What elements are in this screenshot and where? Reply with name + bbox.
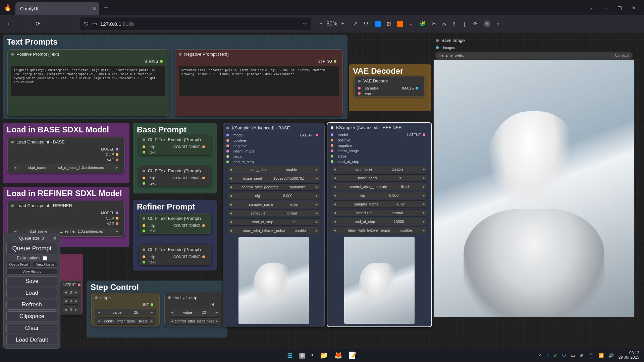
load-button[interactable]: Load [6, 288, 57, 298]
notepad-icon[interactable]: 📝 [348, 351, 357, 359]
tray-chevron-icon[interactable]: ^ [539, 353, 541, 358]
browser-tab[interactable]: ComfyUI × [15, 2, 99, 15]
ksampler-widget[interactable]: ◀cfg8.000▶ [226, 192, 321, 199]
start-icon[interactable]: ⊞ [287, 351, 293, 359]
explorer-icon[interactable]: 📁 [320, 351, 328, 359]
comfyui-canvas[interactable]: Text Prompts Load in BASE SDXL Model Loa… [0, 33, 644, 349]
refresh-button[interactable]: Refresh [6, 300, 57, 310]
queue-front-button[interactable]: Queue Front [6, 262, 31, 267]
downloads-icon[interactable]: ⭳ [462, 21, 467, 27]
battery-icon[interactable]: ▭ [571, 353, 575, 358]
node-clip-encode-base-pos[interactable]: CLIP Text Encode (Prompt) clipCONDITIONI… [139, 135, 211, 155]
node-title: end_at_step [173, 295, 198, 300]
taskview-icon[interactable]: ▣ [299, 351, 305, 359]
check-icon[interactable]: ✔ [553, 353, 557, 358]
ckpt-name-widget[interactable]: ◀ckpt_namesd_xl_base_1.0.safetensors▶ [11, 164, 121, 171]
ksampler-widget[interactable]: ◀return_with_leftover_noiseenable▶ [226, 227, 321, 234]
load-default-button[interactable]: Load Default [6, 335, 57, 345]
upload-icon[interactable]: ⇪ [452, 21, 456, 27]
node-clip-encode-base-neg[interactable]: CLIP Text Encode (Prompt) clipCONDITIONI… [139, 166, 211, 186]
node-ksampler-base[interactable]: KSampler (Advanced) - BASE modelLATENT p… [223, 123, 325, 327]
ksampler-widget[interactable]: ◀cfg8.000▶ [331, 192, 428, 199]
node-load-checkpoint-base[interactable]: Load Checkpoint - BASE MODEL CLIP VAE ◀c… [7, 137, 125, 173]
maximize-button[interactable]: ▢ [618, 5, 622, 10]
node-negative-prompt[interactable]: Negative Prompt (Text) STRING deformed i… [175, 49, 343, 116]
ksampler-widget[interactable]: ◀end_at_step10000▶ [331, 218, 428, 225]
settings-gear-icon[interactable]: ⚙ [53, 236, 57, 241]
ksampler-widget[interactable]: ◀control_after_generaterandomize▶ [226, 183, 321, 191]
ksampler-widget[interactable]: ◀return_with_leftover_noisedisable▶ [331, 227, 428, 234]
node-ksampler-refiner[interactable]: KSampler (Advanced) - REFINER modelLATEN… [327, 122, 432, 327]
negative-prompt-text[interactable]: deformed iris, deformed pupils, (semi-re… [179, 66, 339, 96]
save-button[interactable]: Save [6, 276, 57, 286]
view-history-button[interactable]: View History [6, 269, 57, 275]
close-window-button[interactable]: ✕ [632, 5, 636, 10]
history-icon[interactable]: ⟳ [473, 21, 478, 27]
close-tab-icon[interactable]: × [93, 6, 96, 12]
node-clip-encode-ref-neg[interactable]: CLIP Text Encode (Prompt) clipCONDITIONI… [139, 245, 211, 265]
node-clip-encode-ref-pos[interactable]: CLIP Text Encode (Prompt) clipCONDITIONI… [139, 214, 211, 234]
bluetooth-icon[interactable]: ᛒ [546, 353, 549, 358]
view-queue-button[interactable]: View Queue [33, 262, 57, 267]
extra-options-checkbox[interactable]: Extra options [6, 256, 57, 260]
control-panel[interactable]: ⠿Queue size: 0⚙ Queue Prompt Extra optio… [3, 233, 60, 349]
minimize-button[interactable]: — [603, 5, 607, 10]
pocket-icon[interactable]: ⌄ [409, 21, 414, 27]
node-save-image[interactable]: Save Image images filename_prefixComfyUI [433, 36, 635, 60]
ksampler-widget[interactable]: ◀noise_seed0▶ [331, 174, 428, 182]
node-vae-decode[interactable]: VAE Decode samplesIMAGE vae [354, 76, 425, 97]
output-image[interactable] [433, 59, 635, 317]
ksampler-widget[interactable]: ◀schedulernormal▶ [331, 209, 428, 217]
ksampler-widget[interactable]: ◀add_noiseenable▶ [226, 166, 321, 173]
phone-icon[interactable]: 📱 [588, 353, 594, 358]
site-info-icon[interactable]: ▭ [92, 21, 97, 27]
ksampler-widget[interactable]: ◀add_noisedisable▶ [331, 166, 428, 173]
zoom-level[interactable]: 80% [326, 21, 337, 27]
ksampler-widget[interactable]: ◀sampler_nameeuler▶ [226, 201, 321, 208]
ksampler-widget[interactable]: ◀sampler_nameeuler▶ [331, 200, 428, 208]
brightness-icon[interactable]: ☀ [580, 353, 584, 358]
ksampler-widget[interactable]: ◀noise_seed15692804528070Z▶ [226, 175, 321, 182]
forward-button[interactable]: → [18, 18, 30, 29]
node-steps[interactable]: steps INT ◀value25▶ ◀control_after_genef… [91, 293, 160, 326]
grid-icon[interactable]: ⊞ [387, 21, 391, 27]
infinity-icon[interactable]: ∞ [442, 21, 446, 27]
back-button[interactable]: ← [4, 18, 15, 29]
zoom-out-button[interactable]: − [319, 21, 322, 27]
reload-button[interactable]: ⟳ [32, 18, 44, 29]
firefox-taskbar-icon[interactable]: 🦊 [334, 351, 342, 359]
node-load-checkpoint-refiner[interactable]: Load Checkpoint - REFINER MODEL CLIP VAE… [7, 201, 125, 237]
extensions-icon[interactable]: 🧩 [420, 21, 426, 27]
new-tab-button[interactable]: + [104, 4, 108, 11]
shield-ext-icon[interactable]: ⛉ [364, 21, 369, 27]
ksampler-widget[interactable]: ◀control_after_generatefixed▶ [331, 183, 428, 190]
app-menu-icon[interactable]: ≡ [496, 21, 499, 27]
clock[interactable]: 08:1329 Jul 2023 [619, 351, 639, 360]
cut-icon[interactable]: ✂ [432, 21, 436, 27]
tabs-dropdown-icon[interactable]: ⌄ [589, 5, 593, 10]
firefox-icon: 🔥 [0, 4, 15, 11]
ksampler-widget[interactable]: ◀schedulernormal▶ [226, 209, 321, 217]
positive-prompt-text[interactable]: (highest quality), masterpiece, intricat… [11, 66, 165, 96]
bookmark-star-icon[interactable]: ☆ [303, 21, 307, 27]
node-end-at-step[interactable]: end_at_step IN ◀value20▶ ◀control_after_… [164, 293, 225, 326]
volume-icon[interactable]: 🔊 [608, 353, 614, 358]
filename-prefix-widget[interactable]: filename_prefixComfyUI [435, 52, 633, 59]
clipspace-button[interactable]: Clipspace [6, 311, 57, 321]
shield-icon[interactable]: 🛡 [84, 21, 89, 27]
wifi-icon[interactable]: 📶 [598, 353, 604, 358]
fullscreen-icon[interactable]: ⤢ [353, 21, 358, 27]
ext-orange-icon[interactable] [397, 21, 403, 27]
windows-taskbar[interactable]: ⊞ ▣ ▪ 📁 🦊 📝 ^ ᛒ ✔ 🛡 ▭ ☀ 📱 📶 🔊 08:1329 Ju… [0, 349, 644, 362]
ksampler-widget[interactable]: ◀start_at_step0▶ [226, 218, 321, 226]
clear-button[interactable]: Clear [6, 323, 57, 333]
queue-prompt-button[interactable]: Queue Prompt [6, 243, 57, 254]
address-bar[interactable]: 🛡 ▭ 127.0.0.1:8189 ☆ [80, 17, 311, 30]
ext-blue-icon[interactable] [375, 21, 381, 27]
security-icon[interactable]: 🛡 [562, 353, 566, 358]
node-latent-image[interactable]: LATENT ◀0▶ ◀0▶ ◀0▶ [60, 281, 82, 315]
node-positive-prompt[interactable]: Positive Prompt (Text) STRING (highest q… [7, 49, 169, 116]
zoom-in-button[interactable]: + [341, 21, 344, 27]
terminal-icon[interactable]: ▪ [311, 351, 314, 359]
account-icon[interactable]: M [484, 20, 490, 27]
